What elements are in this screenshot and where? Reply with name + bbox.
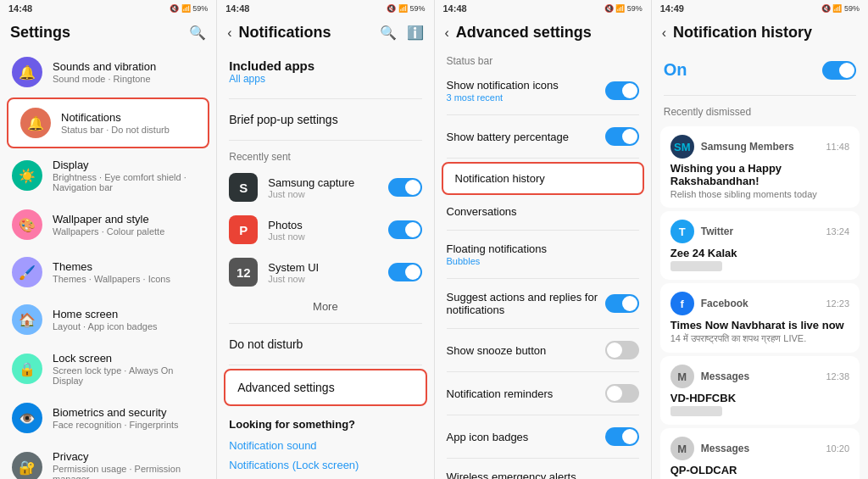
adv-item-row-app-icon-badges: App icon badges [447,427,639,446]
included-apps-title: Included apps [229,58,421,73]
status-icons-2: 🔇 📶 59% [387,4,425,13]
app-time-1: Just now [268,231,387,242]
notif-history-title: Notification history [673,24,858,42]
adv-item-floating[interactable]: Floating notifications Bubbles [435,234,651,275]
notif-time-1: 13:24 [826,226,849,237]
settings-item-wallpaper[interactable]: 🎨 Wallpaper and style Wallpapers · Colou… [0,201,216,248]
looking-for-label: Looking for something? [217,408,433,436]
do-not-disturb-row[interactable]: Do not disturb [217,327,433,361]
app-text-2: System UI Just now [268,261,387,284]
settings-item-lockscreen[interactable]: 🔒 Lock screen Screen lock type · Always … [0,343,216,394]
item-title-homescreen: Home screen [53,308,204,320]
app-item-1[interactable]: P Photos Just now [217,209,433,251]
notif-body-0: Relish those sibling moments today [670,189,817,199]
app-icon-1: P [229,215,258,244]
item-text-lockscreen: Lock screen Screen lock type · Always On… [53,352,204,386]
item-title-themes: Themes [53,260,204,273]
adv-item-show-notif-icons[interactable]: Show notification icons 3 most recent [435,70,651,111]
back-button-2[interactable]: ‹ [227,25,231,41]
adv-toggle-show-notif-icons[interactable] [605,81,639,100]
adv-item-notif-reminders[interactable]: Notification reminders [435,376,651,411]
time-2: 14:48 [225,3,249,14]
app-icon-0: S [229,173,258,202]
adv-toggle-show-battery[interactable] [605,127,639,146]
link-item-0[interactable]: Notification sound [217,436,433,455]
notif-app-name-2: Facebook [701,298,826,309]
apps-list: S Samsung capture Just now P Photos Just… [217,166,433,293]
app-time-2: Just now [268,274,387,284]
adv-item-title-show-notif-icons: Show notification icons [447,79,559,92]
notif-history-inner[interactable]: Notification history [443,164,643,193]
blurred-body-1 [670,261,722,271]
notif-card-3[interactable]: M Messages 12:38 VD-HDFCBK [660,356,860,425]
search-icon-2[interactable]: 🔍 [380,25,397,41]
app-toggle-1[interactable] [388,220,422,239]
adv-toggle-show-snooze[interactable] [605,341,639,359]
advanced-settings-row[interactable]: Advanced settings [225,370,425,404]
advanced-title: Advanced settings [456,24,641,42]
settings-item-biometrics[interactable]: 👁️ Biometrics and security Face recognit… [0,394,216,442]
notif-app-name-3: Messages [701,370,826,382]
settings-item-themes[interactable]: 🖌️ Themes Themes · Wallpapers · Icons [0,248,216,296]
notif-app-icon-2: f [670,292,694,315]
adv-item-left-show-notif-icons: Show notification icons 3 most recent [447,79,559,103]
link-item-1[interactable]: Notifications (Lock screen) [217,455,433,475]
back-button-3[interactable]: ‹ [445,25,449,41]
adv-item-suggest-actions[interactable]: Suggest actions and replies for notifica… [435,282,651,325]
back-button-4[interactable]: ‹ [662,25,666,41]
adv-toggle-suggest-actions[interactable] [605,294,639,313]
app-item-0[interactable]: S Samsung capture Just now [217,166,433,209]
adv-item-title-show-snooze: Show snooze button [447,344,547,357]
item-text-wallpaper: Wallpaper and style Wallpapers · Colour … [53,213,204,237]
more-button[interactable]: More [217,293,433,320]
app-toggle-0[interactable] [388,178,422,197]
item-icon-themes: 🖌️ [12,257,42,287]
notif-header-0: SM Samsung Members 11:48 [670,135,849,159]
adv-item-left-wireless-emergency: Wireless emergency alerts [447,471,576,479]
settings-item-notifications[interactable]: 🔔 Notifications Status bar · Do not dist… [7,97,209,148]
adv-item-app-icon-badges[interactable]: App icon badges [435,419,651,454]
settings-item-privacy[interactable]: 🔐 Privacy Permission usage · Permission … [0,442,216,479]
adv-item-title-app-icon-badges: App icon badges [447,431,529,443]
notif-body-wrap-3 [670,406,849,416]
settings-item-homescreen[interactable]: 🏠 Home screen Layout · App icon badges [0,296,216,343]
adv-toggle-notif-reminders[interactable] [605,384,639,403]
notif-card-0[interactable]: SM Samsung Members 11:48 Wishing you a H… [660,126,860,208]
privacy-icon: 🔐 [19,460,36,476]
app-text-0: Samsung capture Just now [268,176,387,199]
item-icon-biometrics: 👁️ [12,403,42,433]
adv-item-show-snooze[interactable]: Show snooze button [435,332,651,368]
adv-toggle-app-icon-badges[interactable] [605,427,639,446]
status-icons-4: 🔇 📶 59% [821,4,860,13]
notif-app-name-4: Messages [701,443,826,454]
notif-header-4: M Messages 10:20 [670,437,849,460]
homescreen-icon: 🏠 [19,312,36,328]
settings-item-display[interactable]: ☀️ Display Brightness · Eye comfort shie… [0,150,216,201]
notif-card-2[interactable]: f Facebook 12:23 Times Now Navbharat is … [660,283,860,353]
info-icon[interactable]: ℹ️ [407,25,424,41]
included-apps-row[interactable]: Included apps All apps [217,48,433,95]
adv-item-show-battery[interactable]: Show battery percentage [435,119,651,154]
item-subtitle-sounds: Sound mode · Ringtone [53,74,204,84]
adv-divider-0 [447,114,639,115]
search-icon[interactable]: 🔍 [189,25,206,41]
notif-card-4[interactable]: M Messages 10:20 QP-OLDCAR Dear Customer… [660,428,860,479]
on-toggle[interactable] [822,61,856,80]
settings-item-sounds[interactable]: 🔔 Sounds and vibration Sound mode · Ring… [0,48,216,96]
link-item-2[interactable]: Flash notification [217,475,433,479]
app-item-2[interactable]: 12 System UI Just now [217,251,433,293]
notification-cards: SM Samsung Members 11:48 Wishing you a H… [652,126,868,479]
adv-item-row-show-battery: Show battery percentage [447,127,639,146]
app-toggle-2[interactable] [388,263,422,281]
adv-item-conversations[interactable]: Conversations [435,197,651,226]
wallpaper-icon: 🎨 [19,217,36,233]
notif-icon-text-3: M [677,370,687,383]
adv-divider-7 [447,415,639,415]
item-title-lockscreen: Lock screen [53,352,204,365]
brief-popup-row[interactable]: Brief pop-up settings [217,103,433,136]
notif-card-1[interactable]: T Twitter 13:24 Zee 24 Kalak [660,211,860,280]
adv-item-row-show-notif-icons: Show notification icons 3 most recent [447,79,639,103]
adv-item-wireless-emergency[interactable]: Wireless emergency alerts [435,462,651,479]
item-subtitle-homescreen: Layout · App icon badges [53,321,204,331]
notifications-panel: 14:48 🔇 📶 59% ‹ Notifications 🔍 ℹ️ Inclu… [217,0,434,479]
